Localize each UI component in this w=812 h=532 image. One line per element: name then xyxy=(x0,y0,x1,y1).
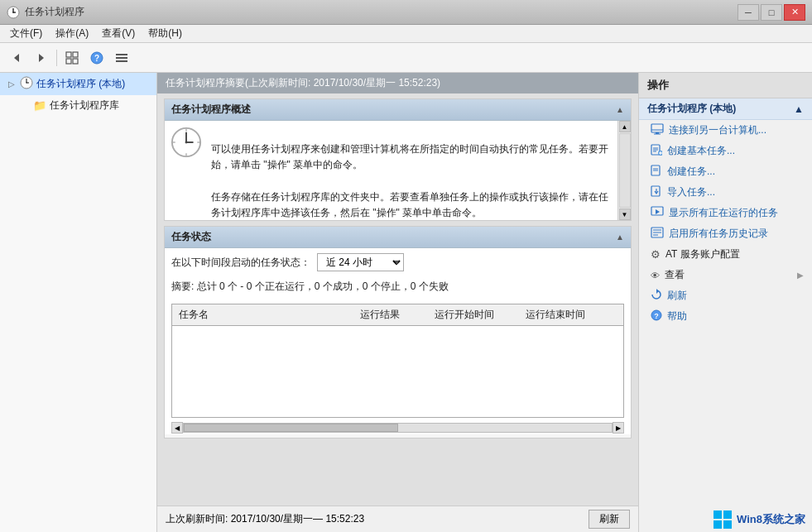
h-scroll-thumb[interactable] xyxy=(184,424,398,432)
status-content: 在以下时间段启动的任务状态： 近 1 小时 近 24 小时 近 7 天 近 30… xyxy=(165,248,631,434)
svg-text:?: ? xyxy=(654,312,659,320)
tree-expand-library xyxy=(20,101,30,111)
action-import-label: 导入任务... xyxy=(667,185,715,199)
task-table-header: 任务名 运行结果 运行开始时间 运行结束时间 xyxy=(172,304,623,326)
svg-rect-8 xyxy=(66,59,71,64)
action-enable-history[interactable]: 启用所有任务历史记录 xyxy=(639,223,812,244)
description-content: 可以使用任务计划程序来创建和管理计算机将在所指定的时间自动执行的常见任务。若要开… xyxy=(165,121,631,220)
desc-vscrollbar[interactable]: ▲ ▼ xyxy=(617,121,631,220)
action-import[interactable]: 导入任务... xyxy=(639,182,812,203)
action-help[interactable]: ? 帮助 xyxy=(639,306,812,327)
description-header[interactable]: 任务计划程序概述 ▲ xyxy=(165,99,631,121)
tree-label-local: 任务计划程序 (本地) xyxy=(36,77,125,91)
svg-rect-13 xyxy=(116,57,127,59)
desc-inner: 可以使用任务计划程序来创建和管理计算机将在所指定的时间自动执行的常见任务。若要开… xyxy=(165,121,617,220)
time-range-select[interactable]: 近 1 小时 近 24 小时 近 7 天 近 30 天 xyxy=(317,253,404,271)
svg-rect-54 xyxy=(714,520,722,529)
forward-button[interactable] xyxy=(30,47,53,69)
status-section: 任务状态 ▲ 在以下时间段启动的任务状态： 近 1 小时 近 24 小时 近 7… xyxy=(164,226,632,439)
tree-icon-library: 📁 xyxy=(33,99,46,112)
action-at-config[interactable]: ⚙ AT 服务账户配置 xyxy=(639,244,812,265)
status-filter-label: 在以下时间段启动的任务状态： xyxy=(171,256,310,270)
center-panel: 任务计划程序摘要(上次刷新时间: 2017/10/30/星期一 15:52:23… xyxy=(157,73,638,532)
title-bar: 任务计划程序 ─ □ ✕ xyxy=(0,0,812,25)
description-header-text: 任务计划程序概述 xyxy=(171,103,251,117)
bottom-bar: 上次刷新时间: 2017/10/30/星期一— 15:52:23 刷新 xyxy=(157,506,638,532)
right-panel: 操作 任务计划程序 (本地) ▲ 连接到另一台计算机... xyxy=(638,73,812,532)
menu-help[interactable]: 帮助(H) xyxy=(142,25,189,42)
summary-text: 摘要: 总计 0 个 - 0 个正在运行，0 个成功，0 个停止，0 个失败 xyxy=(165,276,631,300)
main-layout: ▷ 任务计划程序 (本地) 📁 任务计划程序库 任务计划程序摘要(上次刷新时间:… xyxy=(0,73,812,532)
view-arrow-icon: ▶ xyxy=(797,271,804,280)
action-help-label: 帮助 xyxy=(667,309,687,324)
action-create-label: 创建任务... xyxy=(667,165,715,179)
scroll-left-btn[interactable]: ◀ xyxy=(171,422,183,434)
help-button[interactable]: ? xyxy=(85,47,108,69)
col-task-name: 任务名 xyxy=(179,308,360,322)
minimize-button[interactable]: ─ xyxy=(738,4,759,21)
scroll-right-btn[interactable]: ▶ xyxy=(613,422,624,434)
actions-section-local[interactable]: 任务计划程序 (本地) ▲ xyxy=(639,98,812,120)
window-title: 任务计划程序 xyxy=(25,5,84,19)
menu-file[interactable]: 文件(F) xyxy=(3,25,49,42)
svg-marker-44 xyxy=(656,209,660,214)
description-chevron: ▲ xyxy=(616,105,624,114)
tree-item-local[interactable]: ▷ 任务计划程序 (本地) xyxy=(0,73,156,95)
left-panel: ▷ 任务计划程序 (本地) 📁 任务计划程序库 xyxy=(0,73,157,532)
menu-action[interactable]: 操作(A) xyxy=(49,25,95,42)
svg-text:?: ? xyxy=(94,54,99,63)
h-scroll-track[interactable] xyxy=(183,423,613,433)
view-act-icon: 👁 xyxy=(651,271,660,280)
action-enable-history-label: 启用所有任务历史记录 xyxy=(669,227,768,241)
menu-view[interactable]: 查看(V) xyxy=(95,25,142,42)
tree-label-library: 任务计划程序库 xyxy=(50,98,119,113)
show-running-icon xyxy=(651,206,664,220)
close-button[interactable]: ✕ xyxy=(784,4,805,21)
status-header[interactable]: 任务状态 ▲ xyxy=(165,227,631,248)
tree-item-library[interactable]: 📁 任务计划程序库 xyxy=(0,95,156,116)
action-connect[interactable]: 连接到另一台计算机... xyxy=(639,120,812,141)
maximize-button[interactable]: □ xyxy=(761,4,782,21)
enable-history-icon xyxy=(651,227,664,241)
desc-clock-icon xyxy=(170,126,203,159)
info-bar-text: 任务计划程序摘要(上次刷新时间: 2017/10/30/星期一 15:52:23… xyxy=(166,77,440,89)
action-show-running[interactable]: 显示所有正在运行的任务 xyxy=(639,203,812,223)
action-create-basic[interactable]: 创建基本任务... xyxy=(639,141,812,161)
tree-expand-icon: ▷ xyxy=(7,79,17,89)
bottom-refresh-button[interactable]: 刷新 xyxy=(589,510,630,529)
col-run-result: 运行结果 xyxy=(360,308,435,322)
svg-rect-53 xyxy=(723,510,732,519)
app-icon xyxy=(7,6,20,19)
view-button[interactable] xyxy=(110,47,133,69)
at-config-icon: ⚙ xyxy=(651,248,661,261)
action-create[interactable]: 创建任务... xyxy=(639,161,812,182)
action-at-config-label: AT 服务账户配置 xyxy=(665,247,740,261)
toolbar: ? xyxy=(0,43,812,73)
action-connect-label: 连接到另一台计算机... xyxy=(669,123,766,137)
action-refresh[interactable]: 刷新 xyxy=(639,285,812,306)
svg-rect-12 xyxy=(116,54,127,55)
windows-logo xyxy=(714,510,732,529)
title-controls: ─ □ ✕ xyxy=(738,4,805,21)
svg-rect-7 xyxy=(73,52,78,57)
show-grid-button[interactable] xyxy=(60,47,84,69)
status-filter-row: 在以下时间段启动的任务状态： 近 1 小时 近 24 小时 近 7 天 近 30… xyxy=(165,248,631,276)
toolbar-separator xyxy=(56,50,57,66)
help-act-icon: ? xyxy=(651,309,662,324)
time-range-select-wrapper: 近 1 小时 近 24 小时 近 7 天 近 30 天 xyxy=(317,253,404,271)
svg-rect-9 xyxy=(73,59,78,64)
actions-section-title: 任务计划程序 (本地) xyxy=(647,102,736,116)
back-button[interactable] xyxy=(5,47,28,69)
watermark: Win8系统之家 xyxy=(714,510,805,529)
svg-point-22 xyxy=(185,141,188,144)
status-header-text: 任务状态 xyxy=(171,230,211,244)
col-end-time: 运行结束时间 xyxy=(526,308,617,322)
col-start-time: 运行开始时间 xyxy=(435,308,526,322)
h-scrollbar: ◀ ▶ xyxy=(171,421,624,434)
svg-marker-49 xyxy=(656,289,659,294)
svg-rect-41 xyxy=(651,186,660,196)
connect-icon xyxy=(651,123,664,137)
svg-point-3 xyxy=(12,12,14,13)
create-basic-icon xyxy=(651,144,662,158)
action-view[interactable]: 👁 查看 ▶ xyxy=(639,265,812,285)
